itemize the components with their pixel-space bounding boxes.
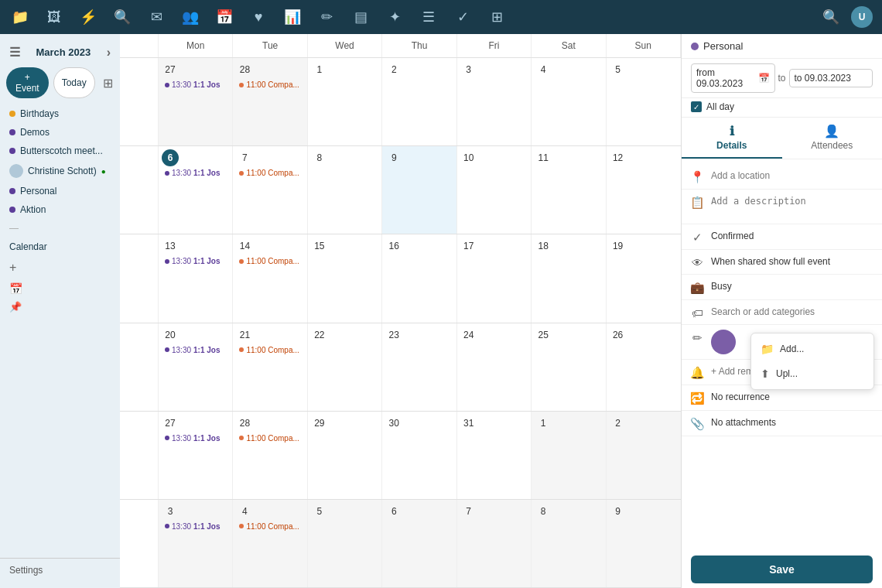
- cal-day-3[interactable]: 3: [457, 58, 532, 145]
- user-avatar[interactable]: U: [851, 6, 873, 28]
- calendar-from-icon[interactable]: 📅: [758, 73, 770, 84]
- cal-day-19[interactable]: 19: [607, 234, 681, 322]
- list-icon[interactable]: ☰: [418, 9, 439, 26]
- calendar-toolbar-icon[interactable]: 📅: [214, 9, 235, 26]
- list-item[interactable]: 11:00 Compa...: [236, 80, 303, 90]
- list-item[interactable]: 11:00 Compa...: [236, 256, 303, 266]
- cal-day-24[interactable]: 24: [457, 323, 532, 411]
- cal-day-29[interactable]: 29: [308, 412, 382, 499]
- cal-day-11[interactable]: 11: [532, 146, 606, 234]
- files-icon[interactable]: 📁: [9, 9, 31, 26]
- cal-day-12[interactable]: 12: [607, 146, 681, 234]
- cal-day-25[interactable]: 25: [532, 323, 606, 411]
- cal-day-28-feb[interactable]: 28 11:00 Compa...: [233, 58, 307, 145]
- cal-day-8[interactable]: 8: [308, 146, 382, 234]
- mail-icon[interactable]: ✉: [145, 9, 167, 26]
- list-item[interactable]: 13:30 1:1 Jos: [162, 521, 229, 532]
- list-item[interactable]: 11:00 Compa...: [236, 345, 303, 355]
- add-calendar-button[interactable]: +: [0, 256, 120, 279]
- lightning-icon[interactable]: ⚡: [77, 9, 99, 26]
- attach-add-item[interactable]: 📁 Add...: [751, 337, 873, 361]
- cal-day-2[interactable]: 2: [382, 58, 456, 145]
- cal-day-27-feb[interactable]: 27 13:30 1:1 Jos: [159, 58, 233, 145]
- tab-attendees[interactable]: 👤 Attendees: [782, 118, 883, 159]
- cal-day-7[interactable]: 7 11:00 Compa...: [233, 146, 307, 234]
- list-item[interactable]: 13:30 1:1 Jos: [162, 345, 229, 355]
- view-grid-button[interactable]: ⊞: [100, 67, 116, 98]
- tab-details[interactable]: ℹ Details: [682, 118, 782, 159]
- cal-day-21[interactable]: 21 11:00 Compa...: [233, 323, 307, 411]
- list-item[interactable]: 13:30 1:1 Jos: [162, 256, 229, 266]
- sidebar-item-christine[interactable]: Christine Schott) ●: [0, 160, 120, 182]
- color-picker[interactable]: [711, 330, 736, 354]
- sidebar-item-calendar[interactable]: Calendar: [0, 238, 120, 256]
- list-item[interactable]: 11:00 Compa...: [236, 168, 303, 178]
- contacts-icon[interactable]: 👥: [179, 9, 201, 26]
- busy-input[interactable]: [711, 279, 874, 293]
- confirmed-input[interactable]: [711, 229, 874, 243]
- check-toolbar-icon[interactable]: ✓: [452, 9, 473, 26]
- heart-icon[interactable]: ♥: [248, 9, 269, 26]
- cal-day-5[interactable]: 5: [607, 58, 681, 145]
- list-item[interactable]: 13:30 1:1 Jos: [162, 433, 229, 443]
- cal-day-apr8[interactable]: 8: [532, 500, 606, 587]
- from-date-input[interactable]: from 09.03.2023 📅: [691, 63, 775, 93]
- cal-day-14[interactable]: 14 11:00 Compa...: [233, 234, 307, 322]
- attach-upload-item[interactable]: ⬆ Upl...: [751, 361, 873, 386]
- cal-day-22[interactable]: 22: [308, 323, 382, 411]
- save-button[interactable]: Save: [691, 556, 873, 583]
- cal-day-apr2[interactable]: 2: [607, 412, 681, 499]
- star-icon[interactable]: ✦: [384, 9, 405, 26]
- search-right-icon[interactable]: 🔍: [820, 9, 842, 26]
- new-event-button[interactable]: + Event: [6, 67, 49, 98]
- cal-day-apr1[interactable]: 1: [532, 412, 606, 499]
- description-input[interactable]: [711, 194, 874, 219]
- cal-day-4[interactable]: 4: [532, 58, 606, 145]
- sidebar-item-birthdays[interactable]: Birthdays: [0, 104, 120, 123]
- today-button[interactable]: Today: [53, 67, 95, 98]
- cal-day-apr6[interactable]: 6: [382, 500, 456, 587]
- chevron-right-icon[interactable]: ›: [107, 46, 111, 60]
- image-icon[interactable]: 🖼: [43, 9, 65, 26]
- cal-day-18[interactable]: 18: [532, 234, 606, 322]
- grid-toolbar-icon[interactable]: ⊞: [486, 9, 508, 26]
- all-day-checkbox[interactable]: ✓: [691, 101, 702, 112]
- cal-day-apr7[interactable]: 7: [457, 500, 532, 587]
- cal-day-apr5[interactable]: 5: [308, 500, 382, 587]
- cal-day-20[interactable]: 20 13:30 1:1 Jos: [159, 323, 233, 411]
- list-item[interactable]: 13:30 1:1 Jos: [162, 168, 229, 178]
- cal-day-16[interactable]: 16: [382, 234, 456, 322]
- cal-day-6[interactable]: 6 13:30 1:1 Jos: [159, 146, 233, 234]
- list-item[interactable]: 11:00 Compa...: [236, 433, 303, 443]
- cal-day-23[interactable]: 23: [382, 323, 456, 411]
- list-item[interactable]: 13:30 1:1 Jos: [162, 80, 229, 90]
- sidebar-menu-icon[interactable]: ☰: [9, 45, 20, 60]
- cal-day-26[interactable]: 26: [607, 323, 681, 411]
- cal-day-15[interactable]: 15: [308, 234, 382, 322]
- recurrence-label[interactable]: No recurrence: [711, 390, 874, 404]
- chart-icon[interactable]: 📊: [282, 9, 303, 26]
- sidebar-item-butterscotch[interactable]: Butterscotch meet...: [0, 142, 120, 160]
- categories-input[interactable]: [711, 305, 874, 319]
- sidebar-item-demos[interactable]: Demos: [0, 123, 120, 142]
- cal-day-31[interactable]: 31: [457, 412, 532, 499]
- settings-item[interactable]: Settings: [0, 558, 120, 582]
- cal-day-apr4[interactable]: 4 11:00 Compa...: [233, 500, 307, 587]
- cal-day-13[interactable]: 13 13:30 1:1 Jos: [159, 234, 233, 322]
- cal-day-27[interactable]: 27 13:30 1:1 Jos: [159, 412, 233, 499]
- sidebar-item-aktion[interactable]: Aktion: [0, 200, 120, 219]
- list-item[interactable]: 11:00 Compa...: [236, 521, 303, 532]
- cal-day-17[interactable]: 17: [457, 234, 532, 322]
- cal-day-30[interactable]: 30: [382, 412, 456, 499]
- layers-icon[interactable]: ▤: [350, 9, 371, 26]
- to-date-input[interactable]: to 09.03.2023: [789, 69, 873, 87]
- cal-day-apr9[interactable]: 9: [607, 500, 681, 587]
- pencil-icon[interactable]: ✏: [316, 9, 337, 26]
- sidebar-item-personal[interactable]: Personal: [0, 182, 120, 200]
- cal-day-10[interactable]: 10: [457, 146, 532, 234]
- cal-day-9[interactable]: 9: [382, 146, 456, 234]
- search-toolbar-icon[interactable]: 🔍: [111, 9, 133, 26]
- cal-day-28[interactable]: 28 11:00 Compa...: [233, 412, 307, 499]
- cal-day-apr3[interactable]: 3 13:30 1:1 Jos: [159, 500, 233, 587]
- shared-input[interactable]: [711, 255, 874, 268]
